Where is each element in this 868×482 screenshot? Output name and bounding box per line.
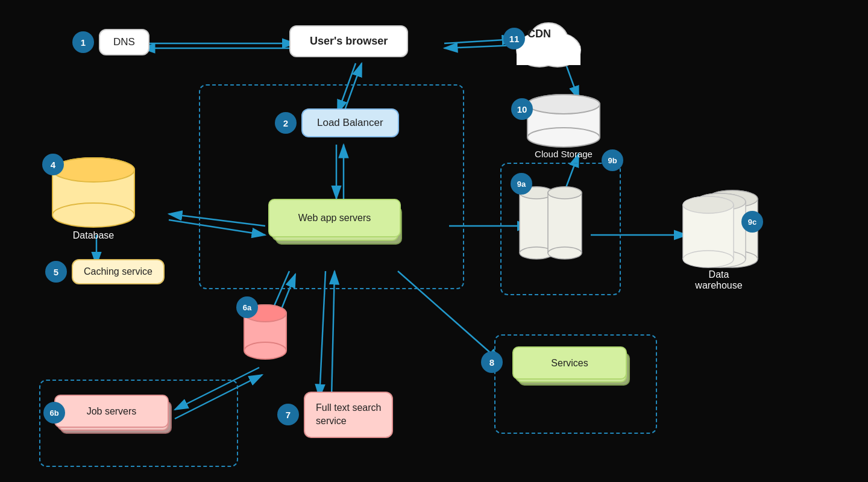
load-balancer-badge: 2 [275, 112, 297, 134]
cloud-storage-icon [524, 93, 603, 148]
job-queue-node: 6a [241, 301, 289, 362]
svg-rect-29 [517, 46, 580, 65]
svg-line-5 [444, 45, 515, 48]
svg-line-18 [332, 271, 335, 398]
svg-line-17 [319, 271, 326, 398]
full-text-badge: 7 [277, 404, 299, 425]
svg-point-77 [683, 196, 734, 213]
svg-rect-55 [548, 193, 582, 253]
dns-node: 1 DNS [72, 29, 149, 55]
database-badge: 4 [42, 154, 64, 175]
svg-point-35 [527, 95, 600, 114]
job-queue-badge: 6a [236, 296, 258, 318]
cloud-storage-badge: 10 [511, 98, 533, 120]
caching-badge: 5 [45, 261, 67, 283]
full-text-search-node: 7 Full text searchservice [277, 392, 393, 438]
load-balancer-box: Load Balancer [301, 108, 399, 137]
cloud-storage-node: 10 Cloud Storage [524, 93, 603, 159]
cloud-storage-label: Cloud Storage [535, 149, 593, 159]
browser-box: User's browser [289, 25, 408, 57]
database-node: 4 Database [48, 157, 139, 241]
caching-node: 5 Caching service [45, 259, 165, 284]
object-9a-badge: 9a [511, 173, 532, 195]
dns-box: DNS [99, 29, 149, 55]
services-badge: 8 [481, 351, 503, 373]
architecture-diagram: 1 DNS User's browser 11 CDN 2 [0, 0, 868, 482]
svg-point-40 [52, 203, 134, 227]
svg-point-41 [52, 158, 134, 182]
data-warehouse-label: Datawarehouse [695, 269, 742, 291]
browser-node: User's browser [289, 25, 408, 57]
cdn-label: CDN [527, 28, 551, 40]
object-store-9a-node: 9a [515, 178, 588, 271]
svg-point-59 [548, 187, 582, 199]
job-servers-node: 6b Job servers [54, 395, 175, 443]
data-warehouse-badge: 9c [741, 211, 763, 233]
svg-point-46 [244, 342, 286, 359]
dns-badge: 1 [72, 31, 94, 53]
caching-box: Caching service [72, 259, 165, 284]
svg-point-58 [548, 247, 582, 259]
database-label: Database [73, 230, 115, 241]
object-9b-badge: 9b [602, 149, 623, 171]
web-app-node: Web app servers [268, 199, 407, 253]
job-servers-badge: 6b [43, 402, 65, 424]
svg-point-34 [527, 128, 600, 147]
cdn-badge: 11 [503, 28, 525, 49]
cdn-node: 11 CDN [509, 11, 588, 68]
svg-point-76 [683, 251, 734, 268]
data-warehouse-node: 9c Datawarehouse [669, 184, 769, 291]
full-text-box: Full text searchservice [304, 392, 393, 438]
load-balancer-node: 2 Load Balancer [275, 108, 399, 137]
services-node: 8 Services [512, 346, 633, 395]
